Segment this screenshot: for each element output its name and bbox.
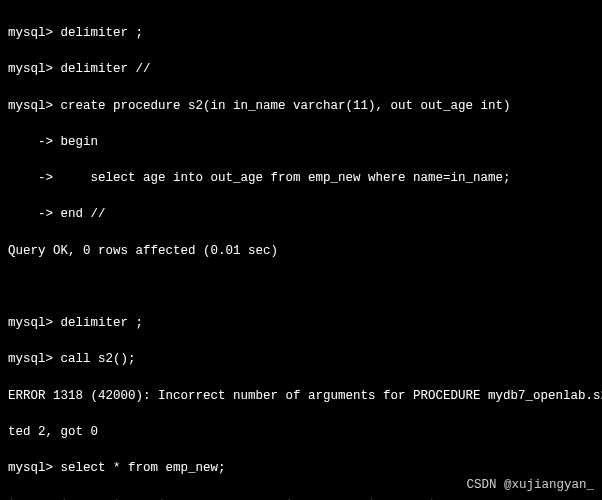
mysql-prompt: mysql> (8, 99, 61, 113)
mysql-prompt: mysql> (8, 62, 61, 76)
cmd-line: mysql> delimiter ; (8, 24, 594, 42)
error-line: ted 2, got 0 (8, 423, 594, 441)
mysql-prompt: mysql> (8, 352, 61, 366)
cmd-line: -> select age into out_age from emp_new … (8, 169, 594, 187)
cmd-text: call s2(); (61, 352, 136, 366)
cmd-line: mysql> call s2(); (8, 350, 594, 368)
cmd-text: delimiter // (61, 62, 151, 76)
status-ok: Query OK, 0 rows affected (0.01 sec) (8, 242, 594, 260)
cmd-text: end // (61, 207, 106, 221)
cmd-line: -> begin (8, 133, 594, 151)
table-border: +------+------+-----+----------------+--… (8, 495, 594, 500)
cmd-text: create procedure s2(in in_name varchar(1… (61, 99, 511, 113)
cmd-text: delimiter ; (61, 26, 144, 40)
cmd-text: select age into out_age from emp_new whe… (61, 171, 511, 185)
csdn-watermark: CSDN @xujiangyan_ (466, 476, 594, 494)
mysql-prompt: mysql> (8, 26, 61, 40)
cmd-text: delimiter ; (61, 316, 144, 330)
cmd-text: select * from emp_new; (61, 461, 226, 475)
cmd-text: begin (61, 135, 99, 149)
continuation-prompt: -> (8, 135, 61, 149)
mysql-terminal[interactable]: mysql> delimiter ; mysql> delimiter // m… (0, 0, 602, 500)
cmd-line: mysql> delimiter ; (8, 314, 594, 332)
cmd-line: -> end // (8, 205, 594, 223)
blank (8, 278, 594, 296)
cmd-line: mysql> select * from emp_new; (8, 459, 594, 477)
continuation-prompt: -> (8, 207, 61, 221)
cmd-line: mysql> create procedure s2(in in_name va… (8, 97, 594, 115)
continuation-prompt: -> (8, 171, 61, 185)
mysql-prompt: mysql> (8, 461, 61, 475)
error-line: ERROR 1318 (42000): Incorrect number of … (8, 387, 594, 405)
mysql-prompt: mysql> (8, 316, 61, 330)
cmd-line: mysql> delimiter // (8, 60, 594, 78)
